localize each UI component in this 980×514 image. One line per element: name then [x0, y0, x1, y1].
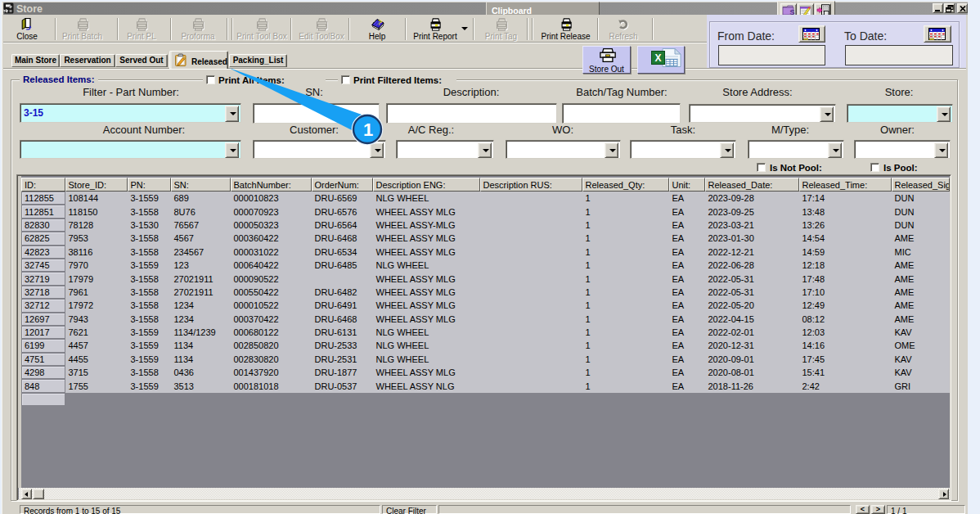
svg-text:X: X — [654, 52, 661, 64]
